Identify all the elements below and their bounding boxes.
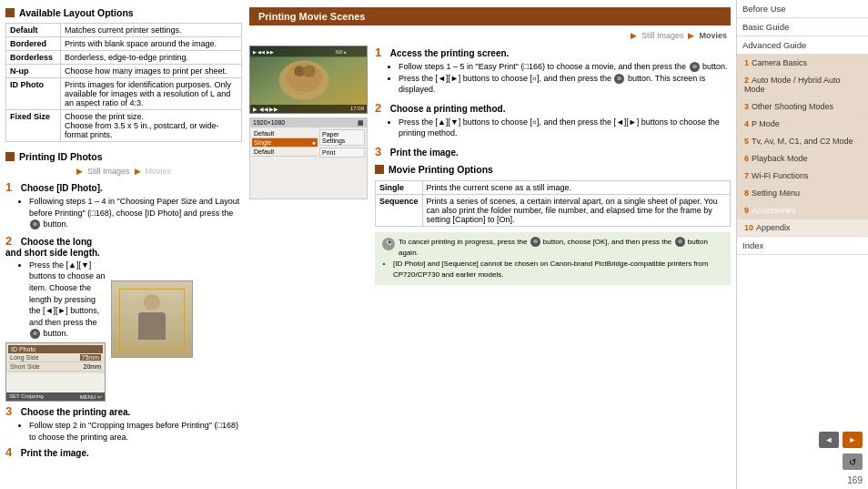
prev-page-button[interactable]: ◄ [819, 432, 839, 448]
page-number: 169 [737, 474, 868, 489]
table-cell-name: Bordered [6, 37, 61, 51]
table-row: Default Matches current printer settings… [6, 24, 242, 37]
sidebar-num: 10 [744, 223, 753, 232]
table-cell-name: ID Photo [6, 78, 61, 110]
sidebar-item-auto-mode[interactable]: 2Auto Mode / Hybrid Auto Mode [737, 72, 868, 98]
sidebar-item-other-shooting[interactable]: 3Other Shooting Modes [737, 98, 868, 116]
settings-row-selected: Single● [252, 138, 318, 148]
refresh-row: ↺ [737, 452, 868, 474]
next-page-button[interactable]: ► [843, 432, 863, 448]
movie-options-table: Single Prints the current scene as a sti… [375, 180, 731, 227]
sidebar-item-wifi[interactable]: 7Wi-Fi Functions [737, 168, 868, 185]
sidebar-item-label: Before Use [742, 4, 786, 14]
table-cell-name: Borderless [6, 51, 61, 65]
sidebar-item-label: Tv, Av, M, C1, and C2 Mode [752, 137, 853, 146]
sidebar-num: 6 [744, 154, 749, 163]
step-1: 1 Choose [ID Photo]. Following steps 1 –… [5, 180, 242, 230]
step-2: 2 Choose the long and short side length.… [5, 234, 106, 340]
id-photo-ui-panel: ID Photo Long Side 75mm Short Side 20mm [6, 343, 105, 373]
settings-row-3: Default [252, 148, 318, 157]
table-row: Borderless Borderless, edge-to-edge prin… [6, 51, 242, 65]
sidebar-item-label: Playback Mode [752, 154, 808, 163]
sidebar-item-accessories[interactable]: 9Accessories [737, 202, 868, 219]
svg-point-2 [286, 63, 321, 92]
sidebar-item-index[interactable]: Index [737, 237, 868, 255]
print-button[interactable]: Print [319, 148, 365, 158]
id-photo-screens: 2 Choose the long and short side length.… [5, 234, 242, 402]
table-row: Fixed Size Choose the print size.Choose … [6, 110, 242, 142]
sidebar-item-basic-guide[interactable]: Basic Guide [737, 18, 868, 36]
sidebar-num: 1 [744, 58, 749, 67]
movie-screen-2: 1920×1080 ▦ Default Single● [249, 117, 368, 199]
movie-overlay-bar: ▶ ◀◀ ▶▶ 17:09 [250, 105, 367, 113]
sidebar-item-label: Auto Mode / Hybrid Auto Mode [744, 76, 841, 94]
table-cell-desc: Prints with blank space around the image… [61, 37, 242, 51]
sidebar-num: 5 [744, 137, 749, 146]
sidebar-item-label: Appendix [756, 223, 791, 232]
sidebar-item-label: Other Shooting Modes [752, 102, 833, 111]
table-cell-desc: Choose how many images to print per shee… [61, 65, 242, 78]
layout-options-header: Available Layout Options [5, 7, 242, 18]
movie-thumbnail-image: ▶ ◀◀ ▶▶ SUI ● [250, 46, 367, 113]
movie-settings-right: Paper Settings Print [319, 129, 365, 158]
sidebar-item-playback[interactable]: 6Playback Mode [737, 150, 868, 168]
crop-overlay [119, 289, 185, 350]
sidebar-item-appendix[interactable]: 10Appendix [737, 219, 868, 237]
breadcrumb-movies: Movies [146, 167, 172, 176]
sidebar-item-before-use[interactable]: Before Use [737, 0, 868, 18]
svg-text:▶ ◀◀ ▶▶: ▶ ◀◀ ▶▶ [253, 50, 274, 55]
step-3: 3 Choose the printing area. Follow step … [5, 404, 242, 443]
refresh-button[interactable]: ↺ [843, 453, 863, 470]
arrow-icon: ▶ [76, 167, 83, 176]
movie-step-2: 2 Choose a printing method. Press the [▲… [375, 101, 731, 139]
sidebar-navigation: ◄ ► [737, 428, 868, 452]
id-photo-panel-title: ID Photo [8, 345, 103, 353]
breadcrumb-arrow-icon: ▶ [631, 31, 637, 40]
breadcrumb-arrow: ▶ [135, 167, 141, 176]
movie-screen2-header-bar: 1920×1080 ▦ [250, 118, 367, 127]
table-cell-name: Fixed Size [6, 110, 61, 142]
sidebar-item-label: Advanced Guide [742, 40, 806, 50]
table-cell-desc: Borderless, edge-to-edge printing. [61, 51, 242, 65]
sidebar-item-tv-av[interactable]: 5Tv, Av, M, C1, and C2 Mode [737, 133, 868, 150]
sidebar-item-p-mode[interactable]: 4P Mode [737, 116, 868, 133]
option-desc: Prints the current scene as a still imag… [422, 180, 730, 194]
sidebar-item-label: Index [742, 240, 763, 250]
main-content: Available Layout Options Default Matches… [0, 0, 736, 489]
note-box: ✎ To cancel printing in progress, press … [375, 232, 731, 285]
movie-breadcrumb-still: Still Images [641, 31, 684, 40]
movie-settings-left: Default Single● Default [252, 129, 318, 158]
id-photo-row-short: Short Side 20mm [8, 362, 103, 372]
id-photos-header: Printing ID Photos [5, 151, 242, 162]
svg-point-4 [303, 65, 316, 77]
id-photo-row-long: Long Side 75mm [8, 353, 103, 362]
id-photos-title: Printing ID Photos [19, 151, 103, 162]
section-icon [5, 152, 15, 161]
toolbar-menu: MENU ↩ [80, 393, 102, 400]
layout-options-title: Available Layout Options [19, 7, 134, 18]
portrait-image [112, 281, 192, 357]
sidebar-item-label: Camera Basics [752, 58, 807, 67]
portrait-image-screen [111, 280, 193, 358]
toolbar-cropping: SET Cropping [9, 393, 44, 400]
id-photos-breadcrumb: ▶ Still Images ▶ Movies [5, 167, 242, 176]
sidebar-item-label: P Mode [752, 119, 780, 128]
step-4: 4 Print the image. [5, 445, 242, 459]
sidebar-item-advanced-guide[interactable]: Advanced Guide [737, 36, 868, 55]
table-row: ID Photo Prints images for identificatio… [6, 78, 242, 110]
table-cell-name: N-up [6, 65, 61, 78]
table-row: Single Prints the current scene as a sti… [376, 180, 731, 194]
table-row: N-up Choose how many images to print per… [6, 65, 242, 78]
sidebar-item-setting-menu[interactable]: 8Setting Menu [737, 185, 868, 202]
section-icon [375, 165, 384, 174]
sidebar-num: 2 [744, 76, 749, 85]
movie-breadcrumb-movies: Movies [699, 31, 727, 40]
table-cell-desc: Prints images for identification purpose… [61, 78, 242, 110]
svg-text:SUI ●: SUI ● [336, 50, 348, 55]
settings-row-1: Default [252, 129, 318, 138]
movie-options-header: Movie Printing Options [375, 164, 731, 175]
table-cell-name: Default [6, 24, 61, 37]
sidebar-item-camera-basics[interactable]: 1Camera Basics [737, 55, 868, 72]
middle-column: Printing Movie Scenes ▶ Still Images ▶ M… [249, 7, 731, 482]
sidebar-item-label: Accessories [752, 206, 796, 215]
